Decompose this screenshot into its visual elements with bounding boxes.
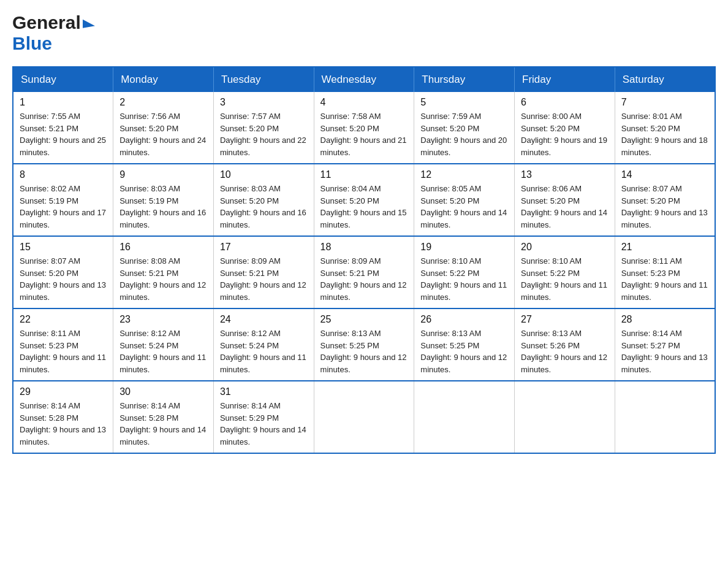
day-info: Sunrise: 8:11 AMSunset: 5:23 PMDaylight:… [621, 255, 708, 303]
day-number: 18 [320, 242, 408, 253]
calendar-cell: 13Sunrise: 8:06 AMSunset: 5:20 PMDayligh… [515, 164, 615, 236]
day-number: 8 [20, 169, 107, 180]
day-info: Sunrise: 8:10 AMSunset: 5:22 PMDaylight:… [420, 255, 508, 303]
calendar-header-row: SundayMondayTuesdayWednesdayThursdayFrid… [13, 67, 715, 92]
day-info: Sunrise: 8:12 AMSunset: 5:24 PMDaylight:… [220, 327, 308, 375]
day-info: Sunrise: 8:02 AMSunset: 5:19 PMDaylight:… [20, 183, 107, 231]
calendar-cell: 20Sunrise: 8:10 AMSunset: 5:22 PMDayligh… [515, 236, 615, 308]
calendar-cell: 17Sunrise: 8:09 AMSunset: 5:21 PMDayligh… [213, 236, 314, 308]
day-info: Sunrise: 8:14 AMSunset: 5:28 PMDaylight:… [119, 400, 207, 448]
day-number: 20 [521, 242, 609, 253]
calendar-cell: 9Sunrise: 8:03 AMSunset: 5:19 PMDaylight… [113, 164, 214, 236]
calendar-cell: 27Sunrise: 8:13 AMSunset: 5:26 PMDayligh… [515, 308, 615, 381]
day-info: Sunrise: 7:59 AMSunset: 5:20 PMDaylight:… [420, 110, 508, 158]
day-number: 31 [220, 386, 308, 397]
day-number: 26 [420, 314, 508, 325]
day-number: 5 [420, 97, 508, 108]
day-number: 28 [621, 314, 708, 325]
logo-general: General [12, 12, 95, 33]
calendar-cell: 23Sunrise: 8:12 AMSunset: 5:24 PMDayligh… [113, 308, 214, 381]
day-number: 2 [119, 97, 207, 108]
day-number: 13 [521, 169, 609, 180]
day-info: Sunrise: 8:11 AMSunset: 5:23 PMDaylight:… [20, 327, 107, 375]
day-number: 25 [320, 314, 408, 325]
calendar-cell: 26Sunrise: 8:13 AMSunset: 5:25 PMDayligh… [414, 308, 515, 381]
day-number: 14 [621, 169, 708, 180]
day-info: Sunrise: 8:10 AMSunset: 5:22 PMDaylight:… [521, 255, 609, 303]
day-number: 19 [420, 242, 508, 253]
day-info: Sunrise: 8:14 AMSunset: 5:27 PMDaylight:… [621, 327, 708, 375]
calendar-cell: 14Sunrise: 8:07 AMSunset: 5:20 PMDayligh… [615, 164, 715, 236]
day-info: Sunrise: 8:14 AMSunset: 5:28 PMDaylight:… [20, 400, 107, 448]
calendar-cell: 19Sunrise: 8:10 AMSunset: 5:22 PMDayligh… [414, 236, 515, 308]
day-info: Sunrise: 8:03 AMSunset: 5:19 PMDaylight:… [119, 183, 207, 231]
day-number: 1 [20, 97, 107, 108]
calendar-cell: 21Sunrise: 8:11 AMSunset: 5:23 PMDayligh… [615, 236, 715, 308]
calendar-cell: 11Sunrise: 8:04 AMSunset: 5:20 PMDayligh… [314, 164, 414, 236]
day-info: Sunrise: 7:57 AMSunset: 5:20 PMDaylight:… [220, 110, 308, 158]
calendar-cell: 15Sunrise: 8:07 AMSunset: 5:20 PMDayligh… [13, 236, 113, 308]
col-header-friday: Friday [515, 67, 615, 92]
calendar-cell: 31Sunrise: 8:14 AMSunset: 5:29 PMDayligh… [213, 381, 314, 453]
calendar-cell: 16Sunrise: 8:08 AMSunset: 5:21 PMDayligh… [113, 236, 214, 308]
calendar-cell [414, 381, 515, 453]
day-number: 16 [119, 242, 207, 253]
calendar-cell: 3Sunrise: 7:57 AMSunset: 5:20 PMDaylight… [213, 92, 314, 164]
col-header-wednesday: Wednesday [314, 67, 414, 92]
day-number: 27 [521, 314, 609, 325]
calendar-cell: 8Sunrise: 8:02 AMSunset: 5:19 PMDaylight… [13, 164, 113, 236]
calendar-cell: 5Sunrise: 7:59 AMSunset: 5:20 PMDaylight… [414, 92, 515, 164]
calendar-cell: 10Sunrise: 8:03 AMSunset: 5:20 PMDayligh… [213, 164, 314, 236]
day-info: Sunrise: 8:04 AMSunset: 5:20 PMDaylight:… [320, 183, 408, 231]
day-info: Sunrise: 8:08 AMSunset: 5:21 PMDaylight:… [119, 255, 207, 303]
day-info: Sunrise: 8:09 AMSunset: 5:21 PMDaylight:… [220, 255, 308, 303]
day-info: Sunrise: 8:09 AMSunset: 5:21 PMDaylight:… [320, 255, 408, 303]
day-number: 9 [119, 169, 207, 180]
day-info: Sunrise: 7:56 AMSunset: 5:20 PMDaylight:… [119, 110, 207, 158]
day-number: 15 [20, 242, 107, 253]
calendar-cell: 25Sunrise: 8:13 AMSunset: 5:25 PMDayligh… [314, 308, 414, 381]
day-number: 22 [20, 314, 107, 325]
calendar-cell: 29Sunrise: 8:14 AMSunset: 5:28 PMDayligh… [13, 381, 113, 453]
calendar-week-5: 29Sunrise: 8:14 AMSunset: 5:28 PMDayligh… [13, 381, 715, 453]
day-number: 23 [119, 314, 207, 325]
logo: General Blue [12, 12, 95, 54]
day-info: Sunrise: 7:55 AMSunset: 5:21 PMDaylight:… [20, 110, 107, 158]
col-header-tuesday: Tuesday [213, 67, 314, 92]
calendar-cell: 18Sunrise: 8:09 AMSunset: 5:21 PMDayligh… [314, 236, 414, 308]
day-number: 4 [320, 97, 408, 108]
day-info: Sunrise: 8:12 AMSunset: 5:24 PMDaylight:… [119, 327, 207, 375]
calendar-cell: 12Sunrise: 8:05 AMSunset: 5:20 PMDayligh… [414, 164, 515, 236]
calendar-cell: 30Sunrise: 8:14 AMSunset: 5:28 PMDayligh… [113, 381, 214, 453]
calendar-table: SundayMondayTuesdayWednesdayThursdayFrid… [12, 66, 716, 454]
calendar-cell [314, 381, 414, 453]
day-number: 17 [220, 242, 308, 253]
logo-blue: Blue [12, 33, 95, 54]
calendar-cell: 6Sunrise: 8:00 AMSunset: 5:20 PMDaylight… [515, 92, 615, 164]
calendar-cell: 1Sunrise: 7:55 AMSunset: 5:21 PMDaylight… [13, 92, 113, 164]
day-info: Sunrise: 8:14 AMSunset: 5:29 PMDaylight:… [220, 400, 308, 448]
day-number: 3 [220, 97, 308, 108]
col-header-sunday: Sunday [13, 67, 113, 92]
calendar-week-4: 22Sunrise: 8:11 AMSunset: 5:23 PMDayligh… [13, 308, 715, 381]
day-number: 12 [420, 169, 508, 180]
day-info: Sunrise: 8:13 AMSunset: 5:26 PMDaylight:… [521, 327, 609, 375]
col-header-monday: Monday [113, 67, 214, 92]
day-number: 24 [220, 314, 308, 325]
day-info: Sunrise: 8:06 AMSunset: 5:20 PMDaylight:… [521, 183, 609, 231]
calendar-week-1: 1Sunrise: 7:55 AMSunset: 5:21 PMDaylight… [13, 92, 715, 164]
calendar-cell: 7Sunrise: 8:01 AMSunset: 5:20 PMDaylight… [615, 92, 715, 164]
calendar-cell: 4Sunrise: 7:58 AMSunset: 5:20 PMDaylight… [314, 92, 414, 164]
day-number: 7 [621, 97, 708, 108]
day-number: 10 [220, 169, 308, 180]
calendar-week-2: 8Sunrise: 8:02 AMSunset: 5:19 PMDaylight… [13, 164, 715, 236]
day-info: Sunrise: 8:07 AMSunset: 5:20 PMDaylight:… [621, 183, 708, 231]
day-number: 30 [119, 386, 207, 397]
col-header-saturday: Saturday [615, 67, 715, 92]
calendar-cell [615, 381, 715, 453]
calendar-cell: 2Sunrise: 7:56 AMSunset: 5:20 PMDaylight… [113, 92, 214, 164]
calendar-week-3: 15Sunrise: 8:07 AMSunset: 5:20 PMDayligh… [13, 236, 715, 308]
day-info: Sunrise: 8:13 AMSunset: 5:25 PMDaylight:… [420, 327, 508, 375]
calendar-cell: 22Sunrise: 8:11 AMSunset: 5:23 PMDayligh… [13, 308, 113, 381]
day-number: 11 [320, 169, 408, 180]
